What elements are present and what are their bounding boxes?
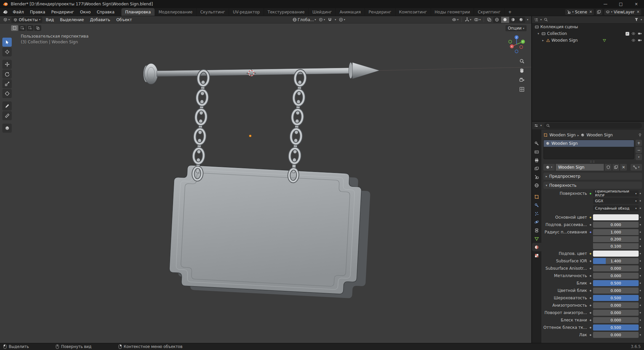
new-scene-button[interactable] (596, 9, 602, 15)
slot-specials-button[interactable]: ▾ (636, 154, 642, 160)
decorator-dot[interactable] (639, 217, 642, 218)
property-slider[interactable]: 0.500 (593, 280, 639, 286)
socket-dot[interactable] (589, 216, 592, 219)
outliner-editor-icon[interactable] (534, 18, 538, 22)
navigation-gizmo[interactable]: X Y Z (506, 34, 527, 54)
tab-world[interactable] (532, 181, 541, 189)
proportional-editing-toggle[interactable]: ▾ (338, 17, 346, 23)
properties-editor-icon[interactable] (534, 124, 538, 128)
decorator-dot[interactable] (639, 193, 642, 194)
tool-annotate[interactable] (2, 101, 12, 111)
select-set-button[interactable] (11, 25, 18, 31)
socket-dot[interactable] (589, 224, 592, 226)
object-visibility-dropdown[interactable]: ▾ (451, 17, 460, 23)
workspace-tab[interactable]: Рендеринг (365, 8, 395, 16)
viewlayer-selector[interactable]: ▾ ViewLayer ✕ (604, 9, 641, 15)
shading-solid-button[interactable] (501, 17, 509, 23)
tool-move[interactable] (2, 60, 12, 69)
close-button[interactable]: × (629, 0, 644, 8)
socket-dot[interactable] (589, 326, 592, 329)
chain-left[interactable] (192, 71, 209, 180)
editor-type-button[interactable]: ▾ (2, 17, 11, 23)
property-value[interactable]: 0.000 (593, 265, 639, 271)
checkbox-icon[interactable]: ✓ (626, 32, 629, 36)
decorator-dot[interactable] (639, 327, 642, 328)
decorator-dot[interactable] (639, 231, 642, 233)
shading-dropdown[interactable]: ▾ (526, 17, 529, 23)
select-subtract-button[interactable] (26, 25, 34, 31)
property-value[interactable]: 0.200 (593, 236, 639, 242)
options-dropdown[interactable]: Опции ▾ (505, 25, 527, 31)
expander-icon[interactable]: ▸ (541, 39, 545, 42)
tool-measure[interactable] (2, 111, 12, 120)
property-menu[interactable]: GGX▾ (593, 198, 639, 204)
viewport-menu-item[interactable]: Вид (43, 17, 56, 22)
decorator-dot[interactable] (639, 305, 642, 306)
property-color[interactable] (593, 251, 639, 257)
camera-icon[interactable] (638, 32, 642, 36)
workspace-tab[interactable]: Планировка (121, 8, 154, 16)
property-value[interactable]: 0.000 (593, 310, 639, 316)
scene-selector[interactable]: ▾ Scene ✕ (565, 9, 594, 15)
shading-rendered-button[interactable] (517, 17, 525, 23)
decorator-dot[interactable] (639, 319, 642, 321)
socket-dot[interactable] (589, 304, 592, 307)
workspace-tab[interactable]: Ноды геометрии (431, 8, 474, 16)
decorator-dot[interactable] (639, 208, 642, 209)
use-nodes-toggle[interactable]: ▾ (631, 164, 642, 171)
socket-dot[interactable] (589, 275, 592, 277)
workspace-tab[interactable]: UV-редактор (229, 8, 263, 16)
property-value[interactable]: 0.000 (593, 302, 639, 308)
remove-slot-button[interactable]: − (636, 147, 642, 153)
workspace-tab[interactable]: Моделирование (155, 8, 196, 16)
sign-board[interactable] (168, 164, 371, 299)
tab-scene[interactable] (532, 173, 541, 181)
chevron-down-icon[interactable]: ▾ (540, 18, 542, 21)
property-slider[interactable]: 1.400 (593, 258, 639, 264)
property-menu[interactable]: Случайный обход▾ (593, 205, 639, 211)
outliner-item-label[interactable]: Wooden Sign (551, 38, 578, 43)
socket-dot[interactable] (589, 260, 592, 262)
select-intersect-button[interactable] (34, 25, 41, 31)
workspace-tab[interactable]: Шейдинг (308, 8, 335, 16)
outliner-row-collection[interactable]: ▾ Collection ✓ (532, 30, 644, 37)
mode-dropdown[interactable]: Объекты ▾ (11, 17, 42, 23)
tab-texture[interactable] (532, 251, 541, 260)
socket-dot[interactable] (589, 282, 592, 285)
surface-panel-header[interactable]: ▾ Поверхность (543, 182, 642, 189)
orientation-dropdown[interactable]: Глоба... ▾ (291, 17, 317, 23)
gizmo-z-negative[interactable] (515, 50, 518, 53)
shading-material-button[interactable] (509, 17, 517, 23)
tab-constraints[interactable] (532, 226, 541, 234)
properties-search-input[interactable] (544, 123, 642, 129)
decorator-dot[interactable] (639, 282, 642, 284)
property-slider[interactable]: 0.500 (593, 324, 639, 331)
tab-modifiers[interactable] (532, 201, 541, 209)
socket-dot[interactable] (589, 312, 592, 314)
menu-item[interactable]: Окно (77, 8, 94, 16)
add-slot-button[interactable]: + (636, 140, 642, 146)
material-slot-list[interactable]: Wooden Sign (543, 140, 634, 159)
outliner-item-label[interactable]: Коллекция сцены (540, 25, 578, 29)
tab-physics[interactable] (532, 218, 541, 226)
decorator-dot[interactable] (639, 238, 642, 240)
decorator-dot[interactable] (639, 297, 642, 299)
origin-dot[interactable] (249, 135, 252, 137)
select-extend-button[interactable] (19, 25, 26, 31)
property-menu[interactable]: Принципиальный BSDF▾ (593, 190, 639, 196)
property-slider[interactable]: 0.000 (593, 288, 639, 294)
eye-icon[interactable] (631, 38, 636, 42)
filter-funnel-icon[interactable] (634, 17, 639, 22)
tab-tool[interactable] (532, 139, 541, 147)
chevron-down-icon[interactable]: ▾ (641, 18, 642, 21)
property-value[interactable]: 0.000 (593, 332, 639, 338)
gizmo-y-negative[interactable] (509, 40, 512, 43)
tab-particles[interactable] (532, 209, 541, 218)
tab-data[interactable] (532, 234, 541, 243)
breadcrumb-object[interactable]: Wooden Sign (549, 133, 576, 137)
socket-dot[interactable] (589, 297, 592, 299)
workspace-tab[interactable]: Скриптинг (474, 8, 504, 16)
pin-icon[interactable] (638, 133, 642, 137)
decorator-dot[interactable] (639, 275, 642, 276)
add-workspace-button[interactable]: + (504, 8, 515, 16)
